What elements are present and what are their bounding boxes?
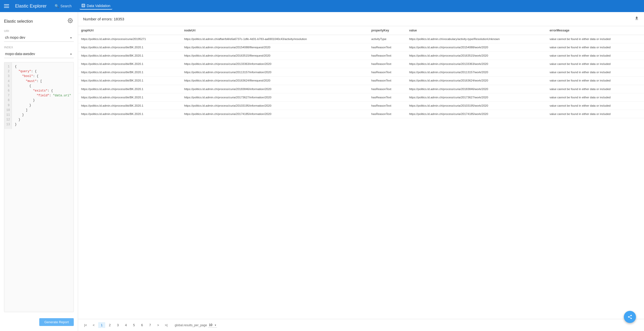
cell-nodeUri: https://politics.ld.admin.ch/process/cur…	[181, 43, 368, 52]
cell-errorMessage: value cannot be found in either data or …	[547, 52, 644, 60]
cell-value: https://politics.ld.admin.ch/process/cur…	[406, 43, 547, 52]
search-icon: 🔍	[55, 4, 59, 8]
cell-nodeUri: https://politics.ld.admin.ch/affair/bill…	[181, 35, 368, 43]
share-fab[interactable]	[624, 311, 636, 323]
cell-nodeUri: https://politics.ld.admin.ch/process/cur…	[181, 76, 368, 85]
index-label: Index	[4, 46, 74, 49]
page-next-button[interactable]: >	[155, 322, 162, 328]
settings-button[interactable]	[67, 17, 74, 25]
cell-graphUri: https://politics.ld.admin.ch/process/bk/…	[78, 76, 181, 85]
toolbar-bottom: Generate Report	[4, 316, 74, 326]
page-7-button[interactable]: 7	[147, 322, 154, 328]
page-4-button[interactable]: 4	[122, 322, 129, 328]
index-field-group: Index mopo-data-awsdev	[4, 46, 74, 58]
cell-propertyKey: hasReasonText	[368, 68, 406, 76]
cell-nodeUri: https://politics.ld.admin.ch/process/cur…	[181, 85, 368, 93]
table-body: https://politics.ld.admin.ch/process/cur…	[78, 35, 644, 118]
page-2-button[interactable]: 2	[106, 322, 113, 328]
svg-rect-4	[84, 6, 84, 7]
cell-value: https://politics.ld.admin.ch/process/cur…	[406, 52, 547, 60]
cell-propertyKey: hasReasonText	[368, 101, 406, 110]
top-navigation: Elastic Explorer 🔍 Search Data Validatio…	[0, 0, 644, 12]
cell-propertyKey: hasReasonText	[368, 93, 406, 101]
page-5-button[interactable]: 5	[130, 322, 137, 328]
uri-label: Uri	[4, 29, 74, 32]
download-button[interactable]	[634, 16, 639, 22]
cell-errorMessage: value cannot be found in either data or …	[547, 60, 644, 68]
col-property-key: propertyKey	[368, 26, 406, 35]
panel-header: Elastic selection	[4, 17, 74, 25]
col-value: value	[406, 26, 547, 35]
cell-graphUri: https://politics.ld.admin.ch/process/bk/…	[78, 101, 181, 110]
cell-nodeUri: https://politics.ld.admin.ch/process/cur…	[181, 110, 368, 118]
results-header: Number of errors: 18353	[78, 12, 644, 26]
cell-value: https://politics.ld.admin.ch/process/cur…	[406, 93, 547, 101]
nav-search-label: Search	[60, 4, 71, 8]
table-row: https://politics.ld.admin.ch/process/bk/…	[78, 85, 644, 93]
cell-propertyKey: hasReasonText	[368, 52, 406, 60]
nav-data-validation[interactable]: Data Validation	[80, 3, 112, 10]
table-row: https://politics.ld.admin.ch/process/bk/…	[78, 52, 644, 60]
right-panel: Number of errors: 18353 graphUri nodeUri…	[78, 12, 644, 331]
table-row: https://politics.ld.admin.ch/process/bk/…	[78, 76, 644, 85]
page-3-button[interactable]: 3	[114, 322, 121, 328]
generate-report-button[interactable]: Generate Report	[39, 318, 74, 326]
main-layout: Elastic selection Uri ch mopo dev Index …	[0, 12, 644, 331]
page-first-button[interactable]: |<	[82, 322, 89, 328]
cell-value: https://politics.ld.admin.ch/process/cur…	[406, 101, 547, 110]
svg-rect-3	[84, 5, 84, 5]
cell-errorMessage: value cannot be found in either data or …	[547, 76, 644, 85]
per-page-select[interactable]: 10 25 50	[208, 323, 217, 327]
code-content[interactable]: { "query": { "bool": { "must": [ { "exis…	[12, 62, 74, 129]
cell-nodeUri: https://politics.ld.admin.ch/process/cur…	[181, 68, 368, 76]
col-node-uri: nodeUri	[181, 26, 368, 35]
svg-rect-0	[82, 4, 85, 7]
nav-search[interactable]: 🔍 Search	[53, 3, 74, 9]
uri-field-group: Uri ch mopo dev	[4, 29, 74, 42]
panel-title: Elastic selection	[4, 19, 33, 24]
cell-value: https://politics.ld.admin.ch/process/cur…	[406, 60, 547, 68]
cell-nodeUri: https://politics.ld.admin.ch/process/cur…	[181, 60, 368, 68]
data-table: graphUri nodeUri propertyKey value error…	[78, 26, 644, 118]
cell-propertyKey: activityType	[368, 35, 406, 43]
cell-propertyKey: hasReasonText	[368, 85, 406, 93]
cell-value: https://politics.ld.admin.ch/process/cur…	[406, 110, 547, 118]
svg-rect-1	[82, 5, 83, 5]
hamburger-menu[interactable]	[4, 4, 9, 8]
page-1-button[interactable]: 1	[98, 322, 105, 328]
data-validation-icon	[82, 4, 85, 8]
per-page-label: global.results_per_page	[175, 323, 207, 327]
uri-select[interactable]: ch mopo dev	[4, 33, 74, 42]
table-header: graphUri nodeUri propertyKey value error…	[78, 26, 644, 35]
table-row: https://politics.ld.admin.ch/process/bk/…	[78, 110, 644, 118]
page-last-button[interactable]: >|	[163, 322, 170, 328]
line-numbers: 12345 678910 111213	[4, 62, 12, 129]
nav-data-validation-label: Data Validation	[87, 4, 110, 8]
cell-value: https://politics.ld.admin.ch/vocabulary/…	[406, 35, 547, 43]
cell-graphUri: https://politics.ld.admin.ch/process/bk/…	[78, 52, 181, 60]
cell-errorMessage: value cannot be found in either data or …	[547, 68, 644, 76]
uri-select-wrapper: ch mopo dev	[4, 33, 74, 42]
cell-propertyKey: hasReasonText	[368, 76, 406, 85]
index-select[interactable]: mopo-data-awsdev	[4, 50, 74, 58]
pagination: |< < 1 2 3 4 5 6 7 > >| global.results_p…	[78, 319, 644, 331]
code-editor[interactable]: 12345 678910 111213 { "query": { "bool":…	[4, 62, 74, 312]
cell-errorMessage: value cannot be found in either data or …	[547, 93, 644, 101]
svg-rect-2	[82, 6, 83, 7]
table-row: https://politics.ld.admin.ch/process/cur…	[78, 35, 644, 43]
cell-graphUri: https://politics.ld.admin.ch/process/bk/…	[78, 110, 181, 118]
col-graph-uri: graphUri	[78, 26, 181, 35]
page-prev-button[interactable]: <	[90, 322, 97, 328]
cell-errorMessage: value cannot be found in either data or …	[547, 85, 644, 93]
svg-point-5	[70, 20, 71, 21]
cell-graphUri: https://politics.ld.admin.ch/process/bk/…	[78, 85, 181, 93]
cell-graphUri: https://politics.ld.admin.ch/process/bk/…	[78, 68, 181, 76]
cell-graphUri: https://politics.ld.admin.ch/process/bk/…	[78, 43, 181, 52]
cell-propertyKey: hasReasonText	[368, 43, 406, 52]
cell-value: https://politics.ld.admin.ch/process/cur…	[406, 85, 547, 93]
table-row: https://politics.ld.admin.ch/process/bk/…	[78, 60, 644, 68]
cell-graphUri: https://politics.ld.admin.ch/process/bk/…	[78, 60, 181, 68]
cell-propertyKey: hasReasonText	[368, 60, 406, 68]
page-6-button[interactable]: 6	[138, 322, 146, 328]
table-row: https://politics.ld.admin.ch/process/bk/…	[78, 93, 644, 101]
